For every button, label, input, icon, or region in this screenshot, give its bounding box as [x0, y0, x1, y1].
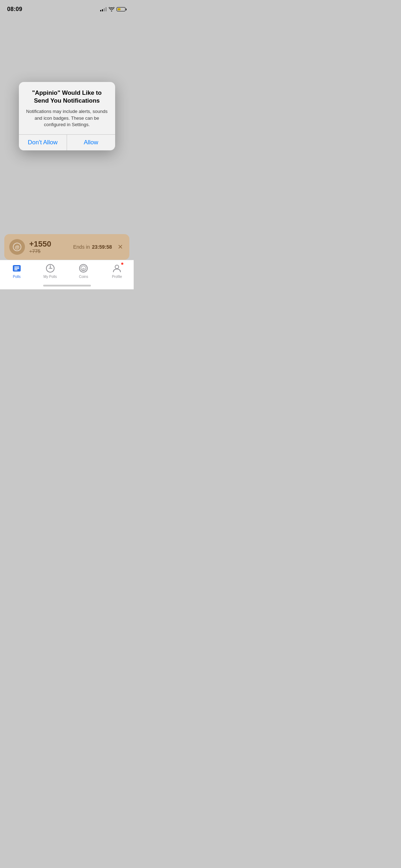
tab-my-polls[interactable]: My Polls	[34, 263, 67, 279]
tab-my-polls-label: My Polls	[43, 275, 57, 279]
reward-banner: @ +1550 +775 Ends in 23:59:58 ✕	[4, 234, 129, 260]
home-indicator	[43, 285, 91, 286]
tab-polls-label: Polls	[13, 275, 21, 279]
alert-message: Notifications may include alerts, sounds…	[25, 108, 109, 128]
coins-tab-icon: @	[78, 263, 89, 274]
alert-content: "Appinio" Would Like to Send You Notific…	[19, 82, 115, 134]
svg-rect-2	[14, 268, 19, 269]
banner-timer: Ends in 23:59:58	[73, 244, 112, 250]
notification-alert-dialog: "Appinio" Would Like to Send You Notific…	[19, 82, 115, 150]
banner-close-button[interactable]: ✕	[116, 242, 124, 252]
coins-icon: @	[13, 243, 21, 251]
banner-points: +1550	[29, 240, 69, 248]
alert-title: "Appinio" Would Like to Send You Notific…	[25, 89, 109, 105]
svg-rect-3	[14, 269, 17, 270]
profile-notification-dot	[121, 262, 124, 265]
timer-value: 23:59:58	[92, 244, 112, 250]
ends-label: Ends in	[73, 244, 90, 250]
svg-text:@: @	[82, 267, 85, 271]
svg-point-11	[115, 265, 119, 269]
tab-coins[interactable]: @ Coins	[67, 263, 101, 279]
dont-allow-button[interactable]: Don't Allow	[19, 135, 67, 150]
tab-profile[interactable]: Profile	[100, 263, 134, 279]
my-polls-icon	[45, 263, 56, 274]
tab-polls[interactable]: Polls	[0, 263, 34, 279]
banner-icon: @	[9, 239, 25, 255]
tab-profile-label: Profile	[112, 275, 122, 279]
profile-icon	[112, 263, 122, 274]
polls-icon	[11, 263, 22, 274]
svg-rect-1	[14, 267, 19, 268]
alert-buttons: Don't Allow Allow	[19, 134, 115, 150]
banner-text: +1550 +775	[29, 240, 69, 254]
banner-subpoints: +775	[29, 248, 69, 254]
tab-coins-label: Coins	[79, 275, 88, 279]
allow-button[interactable]: Allow	[67, 135, 115, 150]
